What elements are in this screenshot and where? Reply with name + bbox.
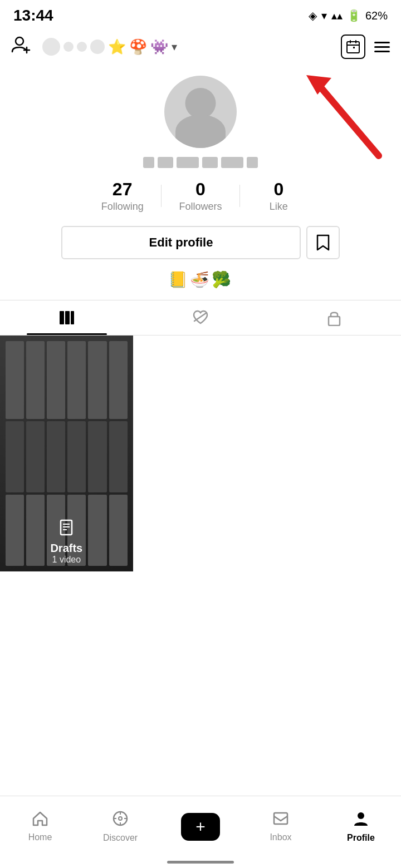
username-block-2 xyxy=(158,157,173,168)
menu-line-2 xyxy=(374,46,390,48)
svg-rect-15 xyxy=(329,317,340,326)
like-stat[interactable]: 0 Like xyxy=(240,179,317,213)
nav-profile[interactable]: Profile xyxy=(321,810,401,854)
tab-videos[interactable] xyxy=(0,300,134,335)
key xyxy=(109,421,128,492)
key xyxy=(109,341,128,419)
svg-point-27 xyxy=(358,812,364,819)
discover-label: Discover xyxy=(103,833,138,843)
grid-icon xyxy=(58,310,75,326)
bottom-nav: Home Discover + Inbox xyxy=(0,796,401,868)
network-icon: ▴▴ xyxy=(331,9,343,22)
blurred-avatar-1 xyxy=(42,38,60,56)
discover-icon xyxy=(112,810,129,831)
stats-row: 27 Following 0 Followers 0 Like xyxy=(84,179,317,213)
drafts-count: 1 video xyxy=(52,555,81,565)
key xyxy=(26,421,45,492)
edit-profile-button[interactable]: Edit profile xyxy=(61,226,301,259)
battery-icon: 🔋 xyxy=(347,9,361,22)
tab-liked[interactable] xyxy=(134,300,267,335)
status-bar: 13:44 ◈ ▾ ▴▴ 🔋 62% xyxy=(0,0,401,29)
mushroom-emoji: 🍄 xyxy=(129,38,147,56)
following-label: Following xyxy=(101,201,144,213)
svg-point-21 xyxy=(119,817,122,820)
avatar[interactable] xyxy=(164,76,237,148)
key xyxy=(88,421,106,492)
profile-section: 27 Following 0 Followers 0 Like Edit pro… xyxy=(0,65,401,300)
action-buttons: Edit profile xyxy=(61,226,340,259)
followers-stat[interactable]: 0 Followers xyxy=(162,179,239,213)
avatar-body xyxy=(175,115,226,148)
add-user-button[interactable] xyxy=(11,35,31,59)
username-block-6 xyxy=(247,157,258,168)
profile-label: Profile xyxy=(347,833,375,843)
draft-video-thumb[interactable]: Drafts 1 video xyxy=(0,336,133,571)
username-block-4 xyxy=(202,157,218,168)
nav-right-actions xyxy=(341,34,390,59)
bookmark-button[interactable] xyxy=(306,226,340,259)
blurred-avatar-2 xyxy=(63,42,74,52)
liked-icon xyxy=(192,310,209,326)
key xyxy=(26,341,45,419)
like-label: Like xyxy=(270,201,288,213)
inbox-icon xyxy=(272,811,289,830)
followers-count: 0 xyxy=(195,179,206,200)
username-block-5 xyxy=(221,157,243,168)
bookmark-icon xyxy=(316,234,330,251)
nav-home[interactable]: Home xyxy=(0,811,80,854)
key xyxy=(47,421,65,492)
key xyxy=(6,421,24,492)
create-plus-icon: + xyxy=(195,817,206,836)
followers-label: Followers xyxy=(179,201,222,213)
blurred-avatar-3 xyxy=(77,42,87,52)
create-btn-inner[interactable]: + xyxy=(181,813,220,841)
svg-rect-11 xyxy=(60,311,64,324)
menu-line-1 xyxy=(374,42,390,43)
top-nav: ⭐ 🍄 👾 ▾ xyxy=(0,29,401,65)
video-grid: Drafts 1 video xyxy=(0,336,401,571)
svg-marker-10 xyxy=(353,47,355,48)
svg-rect-13 xyxy=(71,311,74,324)
blurred-avatar-4 xyxy=(90,40,105,54)
calendar-button[interactable] xyxy=(341,34,365,59)
avatar-head xyxy=(185,88,216,119)
home-indicator xyxy=(167,861,234,864)
tab-private[interactable] xyxy=(267,300,401,335)
lock-icon xyxy=(326,309,342,326)
menu-button[interactable] xyxy=(374,42,390,52)
drafts-icon xyxy=(58,519,75,540)
add-user-icon xyxy=(11,35,31,59)
signal-icon: ◈ xyxy=(309,9,317,22)
home-icon xyxy=(32,811,48,830)
status-icons: ◈ ▾ ▴▴ 🔋 62% xyxy=(309,9,388,22)
nav-discover[interactable]: Discover xyxy=(80,810,160,854)
username xyxy=(143,157,258,168)
wifi-icon: ▾ xyxy=(321,9,327,22)
profile-switcher[interactable]: ⭐ 🍄 👾 ▾ xyxy=(42,38,341,56)
drafts-label: Drafts xyxy=(50,542,82,555)
sun-emoji: ⭐ xyxy=(108,38,126,56)
following-stat[interactable]: 27 Following xyxy=(84,179,161,213)
inbox-label: Inbox xyxy=(270,832,291,842)
bio-emojis: 📒🍜🥦 xyxy=(168,270,233,289)
drafts-overlay: Drafts 1 video xyxy=(0,512,133,571)
following-count: 27 xyxy=(113,179,133,200)
battery-percent: 62% xyxy=(365,9,388,22)
status-time: 13:44 xyxy=(13,7,53,24)
key xyxy=(6,341,24,419)
key xyxy=(67,341,86,419)
svg-rect-12 xyxy=(65,311,70,324)
create-button-container[interactable]: + xyxy=(160,813,241,852)
home-label: Home xyxy=(28,832,52,842)
username-block-1 xyxy=(143,157,154,168)
menu-line-3 xyxy=(374,51,390,52)
nav-inbox[interactable]: Inbox xyxy=(241,811,321,854)
key xyxy=(67,421,86,492)
svg-point-3 xyxy=(16,37,23,45)
svg-rect-26 xyxy=(274,813,287,824)
key xyxy=(47,341,65,419)
chevron-down-icon[interactable]: ▾ xyxy=(172,40,177,53)
like-count: 0 xyxy=(273,179,283,200)
username-block-3 xyxy=(177,157,199,168)
content-tabs xyxy=(0,300,401,336)
